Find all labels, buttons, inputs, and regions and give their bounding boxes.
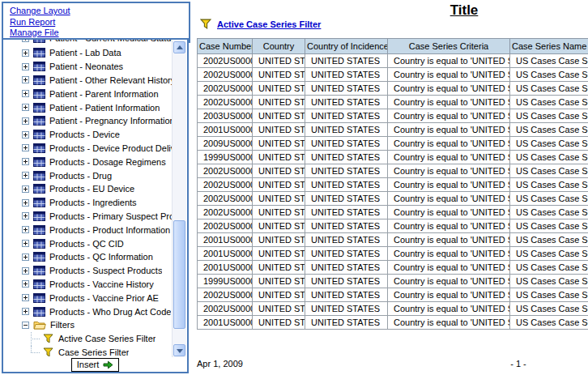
scrollbar-thumb[interactable] [173, 220, 185, 329]
table-row: 2002US000020 UNITED STATES UNITED STATES… [198, 68, 588, 82]
tree-item-case-series-filter[interactable]: Case Series Filter [4, 346, 172, 356]
tree-item[interactable]: Products - QC Information [4, 250, 172, 264]
data-table-icon [33, 48, 45, 58]
tree-item[interactable]: Products - Product Information [4, 223, 172, 237]
cell-country: UNITED STATES [253, 137, 305, 151]
tree-item[interactable]: Products - Device [4, 128, 172, 142]
cell-case-number: 2001US000011 [198, 123, 253, 137]
table-row: 2002US000009 UNITED STATES UNITED STATES… [198, 164, 588, 178]
cell-country-of-incidence: UNITED STATES [305, 302, 388, 316]
data-table-icon [33, 62, 45, 71]
tree-item[interactable]: Products - Device Product Delivery [4, 142, 172, 156]
header-country: Country [253, 39, 305, 54]
tree-item[interactable]: Patient - Lab Data [4, 46, 172, 60]
tree-item-label: Products - QC Information [49, 252, 153, 262]
cell-case-number: 2001US000006 [198, 247, 253, 261]
expand-plus-icon[interactable] [22, 226, 29, 233]
expand-plus-icon[interactable] [22, 308, 29, 315]
cell-country-of-incidence: UNITED STATES [305, 109, 388, 123]
cell-case-series-name: US Cases Case Series [510, 206, 588, 219]
tree-item-clipped[interactable]: Patient - Current Medical Status [4, 40, 172, 46]
tree-item[interactable]: Products - EU Device [4, 182, 172, 196]
expand-plus-icon[interactable] [22, 76, 29, 83]
tree-item-label: Case Series Filter [58, 347, 129, 356]
tree-item-label: Patient - Pregnancy Information [49, 116, 172, 126]
cell-country: UNITED STATES [253, 123, 305, 137]
expand-plus-icon[interactable] [22, 172, 29, 179]
cell-country-of-incidence: UNITED STATES [305, 233, 388, 247]
cell-case-series-name: US Cases Case Series [510, 164, 588, 178]
cell-case-series-name: US Cases Case Series [510, 302, 588, 316]
cell-case-series-criteria: Country is equal to 'UNITED STATES' [388, 316, 510, 330]
tree-item[interactable]: Products - Drug [4, 168, 172, 182]
cell-country: UNITED STATES [253, 178, 305, 192]
manage-file-link[interactable]: Manage File [10, 28, 189, 39]
tree-item[interactable]: Patient - Pregnancy Information [4, 114, 172, 128]
cell-country: UNITED STATES [253, 109, 305, 123]
tree-item[interactable]: Products - Dosage Regimens [4, 155, 172, 168]
expand-plus-icon[interactable] [22, 240, 29, 247]
table-row: 1999US000000 UNITED STATES UNITED STATES… [198, 151, 588, 164]
expand-plus-icon[interactable] [22, 144, 29, 151]
tree-item-label: Patient - Parent Information [49, 89, 159, 99]
expand-plus-icon[interactable] [22, 63, 29, 70]
scrollbar-down-arrow[interactable] [173, 344, 185, 356]
expand-plus-icon[interactable] [22, 254, 29, 261]
cell-case-series-name: US Cases Case Series [510, 54, 588, 68]
change-layout-link[interactable]: Change Layout [10, 6, 189, 17]
insert-button[interactable]: Insert [71, 358, 120, 372]
run-report-link[interactable]: Run Report [10, 17, 189, 28]
tree-item[interactable]: Products - Primary Suspect Product [4, 210, 172, 224]
cell-case-number: 2001US000007 [198, 261, 253, 275]
expand-plus-icon[interactable] [22, 49, 29, 57]
tree-item[interactable]: Products - QC CID [4, 237, 172, 250]
tree-item[interactable]: Patient - Patient Information [4, 100, 172, 114]
cell-country: UNITED STATES [253, 206, 305, 219]
scrollbar-up-arrow[interactable] [173, 41, 185, 53]
expand-plus-icon[interactable] [22, 117, 29, 125]
tree-item[interactable]: Products - Vaccine History [4, 278, 172, 292]
expand-plus-icon[interactable] [22, 40, 29, 42]
cell-country: UNITED STATES [253, 233, 305, 247]
tree-item[interactable]: Products - Vaccine Prior AE [4, 291, 172, 305]
cell-country-of-incidence: UNITED STATES [305, 219, 388, 233]
cell-case-series-criteria: Country is equal to 'UNITED STATES' [388, 109, 510, 123]
tree-item-label: Products - Device [49, 130, 120, 139]
tree-item[interactable]: Patient - Neonates [4, 60, 172, 74]
tree-item[interactable]: Products - Suspect Products [4, 264, 172, 278]
expand-plus-icon[interactable] [22, 90, 29, 97]
cell-case-series-name: US Cases Case Series [510, 192, 588, 206]
table-row: 2002US000012 UNITED STATES UNITED STATES… [198, 178, 588, 192]
cell-country-of-incidence: UNITED STATES [305, 261, 388, 275]
data-table-icon [33, 252, 45, 262]
expand-plus-icon[interactable] [22, 294, 29, 301]
cell-case-series-criteria: Country is equal to 'UNITED STATES' [388, 123, 510, 137]
cell-case-series-criteria: Country is equal to 'UNITED STATES' [388, 261, 510, 275]
tree-item-filters[interactable]: Filters [4, 318, 172, 332]
expand-plus-icon[interactable] [22, 280, 29, 288]
tree-item[interactable]: Products - Ingredients [4, 196, 172, 210]
tree-item-active-case-series-filter[interactable]: Active Case Series Filter [4, 332, 172, 346]
cell-case-number: 2002US000009 [198, 164, 253, 178]
tree-item[interactable]: Patient - Other Relevant History [4, 74, 172, 87]
collapse-minus-icon[interactable] [22, 322, 29, 329]
expand-plus-icon[interactable] [22, 185, 29, 193]
data-table-icon [33, 279, 45, 289]
expand-plus-icon[interactable] [22, 158, 29, 165]
expand-plus-icon[interactable] [22, 104, 29, 111]
expand-plus-icon[interactable] [22, 131, 29, 138]
tree-item[interactable]: Products - Who Drug Act Code [4, 305, 172, 318]
cell-case-series-criteria: Country is equal to 'UNITED STATES' [388, 164, 510, 178]
expand-plus-icon[interactable] [22, 199, 29, 207]
expand-plus-icon[interactable] [22, 212, 29, 219]
cell-country: UNITED STATES [253, 164, 305, 178]
active-case-series-filter-link[interactable]: Active Case Series Filter [217, 19, 321, 29]
cell-case-series-name: US Cases Case Series [510, 82, 588, 96]
table-row: 2002US000005 UNITED STATES UNITED STATES… [198, 54, 588, 68]
expand-plus-icon[interactable] [22, 267, 29, 275]
data-table-icon [33, 239, 45, 249]
tree-scrollbar[interactable] [172, 40, 186, 357]
cell-case-series-name: US Cases Case Series [510, 288, 588, 302]
header-case-series-criteria: Case Series Criteria [388, 39, 510, 54]
tree-item[interactable]: Patient - Parent Information [4, 87, 172, 100]
